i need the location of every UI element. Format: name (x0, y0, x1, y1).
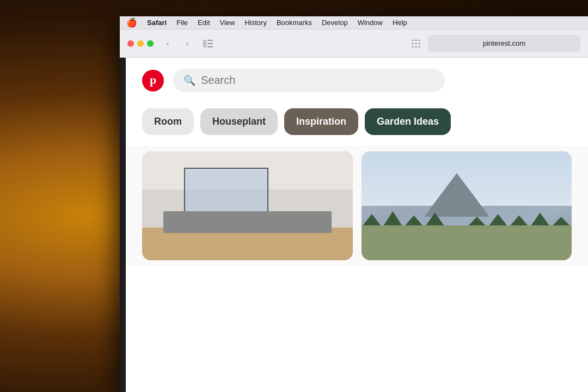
sidebar-toggle-button[interactable] (200, 36, 216, 51)
pinterest-logo[interactable]: p (142, 70, 164, 91)
traffic-lights (127, 40, 154, 47)
pin-image-interior (142, 151, 353, 260)
pin-card-landscape[interactable] (362, 151, 572, 260)
svg-rect-2 (207, 43, 213, 44)
svg-point-7 (412, 42, 414, 44)
develop-menu-item[interactable]: Develop (322, 19, 348, 27)
landscape-mountain (424, 173, 489, 217)
help-menu-item[interactable]: Help (393, 19, 407, 27)
window-menu-item[interactable]: Window (358, 19, 383, 27)
svg-point-8 (415, 42, 417, 44)
svg-rect-3 (207, 46, 213, 47)
back-button[interactable]: ‹ (160, 36, 175, 51)
pinterest-header: p 🔍 Search (126, 58, 588, 103)
history-menu-item[interactable]: History (244, 19, 266, 27)
tab-grid-button[interactable] (408, 36, 424, 51)
search-bar[interactable]: 🔍 Search (173, 69, 445, 92)
bookmarks-menu-item[interactable]: Bookmarks (277, 19, 312, 27)
close-button[interactable] (127, 40, 134, 47)
svg-point-10 (412, 46, 414, 47)
category-row: Room Houseplant Inspiration Garden Ideas (126, 103, 588, 146)
edit-menu-item[interactable]: Edit (198, 19, 210, 27)
category-chip-inspiration[interactable]: Inspiration (284, 108, 358, 135)
category-chip-houseplant[interactable]: Houseplant (200, 108, 278, 135)
forward-button[interactable]: › (180, 36, 195, 51)
safari-menu-item[interactable]: Safari (147, 19, 167, 27)
pinterest-logo-letter: p (150, 73, 156, 87)
apple-menu[interactable]: 🍎 (126, 17, 137, 28)
svg-rect-0 (203, 40, 206, 47)
file-menu-item[interactable]: File (176, 19, 188, 27)
search-placeholder-text: Search (201, 74, 235, 87)
address-bar-input[interactable] (428, 35, 580, 52)
macos-menu-bar: 🍎 Safari File Edit View History Bookmark… (120, 16, 588, 29)
minimize-button[interactable] (137, 40, 144, 47)
category-chip-room[interactable]: Room (142, 108, 194, 135)
pin-card-interior[interactable] (142, 151, 353, 260)
svg-rect-1 (207, 40, 213, 41)
view-menu-item[interactable]: View (220, 19, 235, 27)
maximize-button[interactable] (147, 40, 154, 47)
pin-grid (126, 146, 588, 266)
svg-point-12 (419, 46, 420, 47)
search-icon: 🔍 (183, 75, 195, 87)
pinterest-page: p 🔍 Search Room Houseplant Inspiration G… (126, 58, 588, 392)
svg-point-6 (419, 39, 420, 41)
room-counter (163, 211, 332, 233)
landscape-ground (362, 225, 572, 260)
pin-image-landscape (362, 151, 572, 260)
landscape-detail (362, 151, 572, 260)
svg-point-9 (419, 42, 420, 44)
svg-point-5 (415, 39, 417, 41)
category-chip-garden-ideas[interactable]: Garden Ideas (365, 108, 451, 135)
svg-point-4 (412, 39, 414, 41)
svg-point-11 (415, 46, 417, 47)
room-detail (142, 151, 353, 260)
safari-toolbar: ‹ › (120, 29, 588, 58)
address-bar-container (220, 35, 580, 52)
